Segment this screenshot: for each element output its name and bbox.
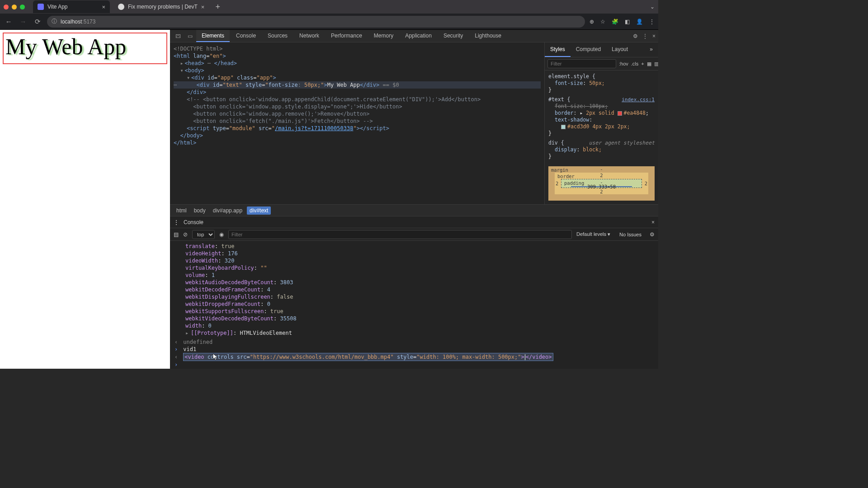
issues-label: No Issues	[619, 232, 642, 237]
maximize-window-button[interactable]	[20, 5, 25, 9]
close-window-button[interactable]	[4, 5, 9, 9]
tab-title: Fix memory problems | DevT	[128, 4, 198, 10]
tab-application[interactable]: Application	[400, 30, 437, 42]
kebab-menu-icon[interactable]: ⋮	[642, 33, 648, 39]
settings-icon[interactable]: ⚙	[633, 33, 638, 39]
console-drawer: ⋮ Console × ▤ ⊘ top ◉ Default levels ▾ N…	[170, 216, 658, 369]
console-video-element[interactable]: <video controls src="https://www.w3schoo…	[183, 353, 553, 361]
crumb-body[interactable]: body	[191, 206, 208, 215]
object-property-row: videoHeight: 176	[175, 250, 654, 257]
clear-console-icon[interactable]: ⊘	[183, 231, 188, 238]
url-text: localhost:5173	[61, 19, 95, 25]
source-link[interactable]: index.css:1	[622, 96, 655, 103]
sidebar-tab-styles[interactable]: Styles	[545, 42, 571, 57]
crumb-app[interactable]: div#app.app	[210, 206, 245, 215]
close-tab-icon[interactable]: ×	[201, 4, 205, 10]
hov-toggle[interactable]: :hov	[619, 61, 628, 66]
console-filter-input[interactable]	[228, 230, 572, 239]
ua-stylesheet-label: user agent stylesheet	[589, 140, 655, 146]
box-model-content-size: 309.333×58	[587, 184, 616, 189]
console-input-echo: vid1	[183, 346, 196, 352]
browser-tab-inactive[interactable]: Fix memory problems | DevT ×	[113, 0, 209, 13]
vite-favicon-icon	[38, 4, 44, 10]
sidebar-toggle-icon[interactable]: ▤	[174, 231, 179, 238]
comment-line: <button onclick='window.app.remove();'>R…	[193, 111, 369, 117]
object-property-row: webkitDecodedFrameCount: 4	[175, 286, 654, 293]
chrome-favicon-icon	[118, 4, 124, 10]
crumb-text[interactable]: div#text	[247, 206, 271, 215]
side-panel-icon[interactable]: ◧	[625, 19, 630, 25]
console-settings-icon[interactable]: ⚙	[650, 231, 655, 238]
selected-element-row[interactable]: ⋯ <div id="text" style="font-size: 50px;…	[174, 81, 541, 89]
computed-toggle-icon[interactable]: ▥	[654, 61, 658, 67]
object-property-row: translate: true	[175, 243, 654, 250]
browser-tab-active[interactable]: Vite App ×	[33, 0, 110, 13]
sidebar-tab-more-icon[interactable]: »	[644, 42, 658, 57]
tab-security[interactable]: Security	[438, 30, 468, 42]
object-property-row: webkitVideoDecodedByteCount: 35508	[175, 315, 654, 322]
cls-toggle[interactable]: .cls	[631, 61, 639, 66]
chevron-down-icon[interactable]: ⌄	[650, 4, 655, 10]
object-property-row: virtualKeyboardPolicy: ""	[175, 264, 654, 272]
profile-icon[interactable]: 👤	[636, 19, 643, 25]
close-tab-icon[interactable]: ×	[102, 4, 105, 10]
tab-title: Vite App	[47, 4, 67, 10]
app-heading: My Web App	[3, 33, 167, 64]
sidebar-tab-layout[interactable]: Layout	[606, 42, 633, 57]
sidebar-tab-computed[interactable]: Computed	[571, 42, 606, 57]
page-viewport: My Web App	[0, 30, 170, 369]
devtools-panel: ⮹ ▭ Elements Console Sources Network Per…	[170, 30, 658, 369]
window-controls	[4, 5, 25, 9]
close-drawer-icon[interactable]: ×	[651, 219, 655, 225]
kebab-menu-icon[interactable]: ⋮	[649, 19, 655, 25]
url-input[interactable]: ⓘ localhost:5173	[47, 16, 585, 28]
object-property-row: webkitDisplayingFullscreen: false	[175, 293, 654, 300]
rule-selector[interactable]: #text {	[548, 96, 570, 103]
object-property-row: webkitDroppedFrameCount: 0	[175, 300, 654, 308]
device-toolbar-icon[interactable]: ▭	[184, 30, 195, 42]
back-button[interactable]: ←	[4, 18, 14, 25]
styles-filter-input[interactable]	[547, 59, 616, 68]
tab-performance[interactable]: Performance	[326, 30, 368, 42]
bookmark-icon[interactable]: ☆	[600, 19, 605, 25]
inspect-icon[interactable]: ⮹	[173, 30, 184, 42]
flex-align-icon[interactable]: ▦	[647, 61, 651, 67]
drawer-tab-console[interactable]: Console	[184, 219, 203, 225]
address-bar: ← → ⟳ ⓘ localhost:5173 ⊕ ☆ 🧩 ◧ 👤 ⋮	[0, 14, 658, 30]
console-output[interactable]: translate: truevideoHeight: 176videoWidt…	[170, 241, 658, 369]
tab-sources[interactable]: Sources	[262, 30, 293, 42]
comment-line: <button onclick='fetch("./main.js")'>Fet…	[193, 118, 373, 124]
extensions-icon[interactable]: 🧩	[612, 19, 618, 25]
box-model-diagram[interactable]: margin - border 2 2 2 2 padding - 309.33…	[548, 166, 655, 201]
toolbar-right: ⊕ ☆ 🧩 ◧ 👤 ⋮	[590, 19, 655, 25]
site-info-icon[interactable]: ⓘ	[52, 18, 57, 25]
tab-elements[interactable]: Elements	[196, 30, 230, 42]
forward-button: →	[18, 18, 28, 25]
rule-selector[interactable]: div {	[548, 140, 564, 146]
console-return-undefined: undefined	[183, 339, 212, 345]
tab-memory[interactable]: Memory	[368, 30, 399, 42]
close-devtools-icon[interactable]: ×	[652, 33, 656, 39]
tab-network[interactable]: Network	[294, 30, 325, 42]
crumb-html[interactable]: html	[174, 206, 189, 215]
context-select[interactable]: top	[192, 230, 215, 239]
drawer-menu-icon[interactable]: ⋮	[174, 219, 179, 225]
rule-selector[interactable]: element.style {	[548, 73, 595, 80]
tab-console[interactable]: Console	[231, 30, 261, 42]
new-tab-button[interactable]: +	[212, 2, 223, 12]
styles-sidebar: Styles Computed Layout » :hov .cls + ▦ ▥…	[544, 42, 658, 204]
live-expression-icon[interactable]: ◉	[219, 231, 224, 238]
object-property-row: volume: 1	[175, 272, 654, 279]
object-property-row: webkitSupportsFullscreen: true	[175, 308, 654, 315]
new-style-rule-icon[interactable]: +	[641, 61, 644, 66]
titlebar: Vite App × Fix memory problems | DevT × …	[0, 0, 658, 14]
zoom-icon[interactable]: ⊕	[590, 19, 594, 25]
reload-button[interactable]: ⟳	[33, 18, 42, 26]
minimize-window-button[interactable]	[12, 5, 17, 9]
devtools-tabbar: ⮹ ▭ Elements Console Sources Network Per…	[170, 30, 658, 42]
comment-line: <!-- <button onclick='window.app.appendC…	[187, 96, 481, 103]
elements-tree[interactable]: <!DOCTYPE html> <html lang="en"> ▸<head>…	[170, 42, 544, 204]
tab-lighthouse[interactable]: Lighthouse	[469, 30, 507, 42]
elements-breadcrumb: html body div#app.app div#text	[170, 204, 658, 216]
log-levels-dropdown[interactable]: Default levels ▾	[576, 231, 610, 237]
